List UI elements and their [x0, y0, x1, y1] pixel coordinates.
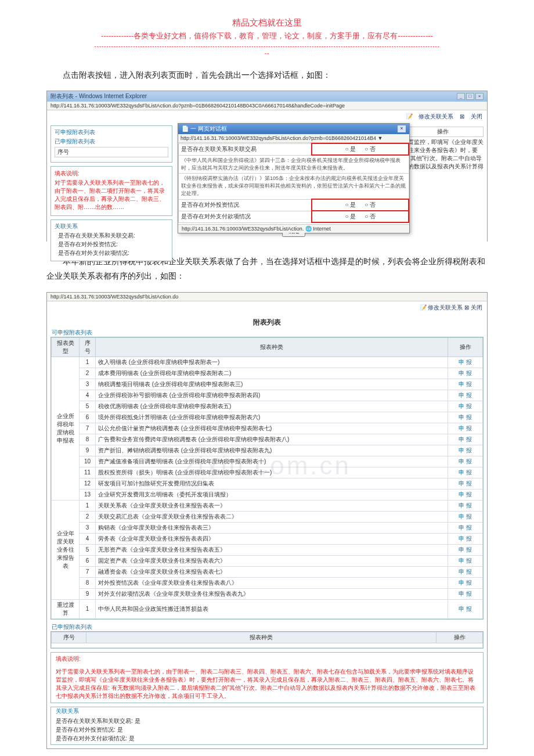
header-title: 精品文档就在这里: [46, 17, 488, 28]
doc-header: 精品文档就在这里 -------------各类专业好文档，值得你下载，教育，管…: [0, 0, 534, 62]
dialog-q1-label: 是否存在关联关系和关联交易: [179, 143, 312, 155]
relation-q1: 是否存在关联关系和关联交易:: [58, 232, 168, 240]
relation-values: 关联关系 是否存在关联关系和关联交易: 是 是否存在对外投资情况: 是 是否存在…: [50, 707, 484, 745]
maximize-icon[interactable]: □: [466, 93, 474, 100]
name-cell: 无形资产表《企业年度关联业务往来报告表表五》: [96, 544, 448, 555]
declare-link[interactable]: 申 报: [459, 513, 472, 520]
attachments-table: 报表类型 序号 报表种类 操作 企业所得税年度纳税申报表1收入明细表 (企业所得…: [51, 337, 483, 619]
index-cell: 2: [80, 368, 96, 379]
window-titlebar: 附表列表 - Windows Internet Explorer _ □ ×: [47, 91, 487, 102]
declare-link[interactable]: 申 报: [459, 546, 472, 553]
col-index: 序号: [55, 147, 168, 157]
index-cell: 10: [80, 456, 96, 467]
index-cell: 2: [80, 511, 96, 522]
table-row: 8对外投资情况表《企业年度关联业务往来报告表表八》申 报: [52, 577, 483, 588]
table-row: 7以公允价值计量资产纳税调整表 (企业所得税年度纳税申报表附表七)申 报: [52, 423, 483, 434]
th2-idx: 序号: [52, 632, 86, 643]
op-cell: 申 报: [448, 379, 483, 390]
relation-q2: 是否存在对外投资情况:: [58, 240, 168, 249]
declare-link[interactable]: 申 报: [459, 535, 472, 542]
type-cell: 企业所得税年度纳税申报表: [52, 357, 80, 500]
op-cell: 申 报: [448, 566, 483, 577]
paragraph-1: 点击附表按钮，进入附表列表页面时，首先会跳出一个选择对话框，如图：: [0, 62, 534, 88]
declare-link[interactable]: 申 报: [459, 579, 472, 586]
header-subtitle: -------------各类专业好文档，值得你下载，教育，管理，论文，制度，方…: [46, 31, 488, 41]
th2-name: 报表种类: [86, 632, 436, 643]
screenshot-dialog: 附表列表 - Windows Internet Explorer _ □ × h…: [46, 91, 488, 242]
op-cell: 申 报: [448, 533, 483, 544]
declared-title: 已申报附表列表: [55, 138, 168, 146]
index-cell: 4: [80, 533, 96, 544]
table-row: 10资产减值准备项目调整明细表 (企业所得税年度纳税申报表附表十)申 报: [52, 456, 483, 467]
table-row: 7融通资金表《企业年度关联业务往来报告表表七》申 报: [52, 566, 483, 577]
name-cell: 对外投资情况表《企业年度关联业务往来报告表表八》: [96, 577, 448, 588]
name-cell: 资产减值准备项目调整明细表 (企业所得税年度纳税申报表附表十): [96, 456, 448, 467]
name-cell: 企业研究开发费用支出明细表（委托开发项目填报）: [96, 489, 448, 500]
declarable-group: 可申报附表列表 已申报附表列表 序号: [50, 125, 172, 163]
name-cell: 股权投资所得（损失）明细表 (企业所得税年度纳税申报表附表十一): [96, 467, 448, 478]
screenshot-tables: http://141.16.31.76:10003/WE332qysdsFbLi…: [46, 292, 488, 749]
name-cell: 研发项目可加计扣除研究开发费用情况归集表: [96, 478, 448, 489]
address-bar-2[interactable]: http://141.16.31.76:10003/WE332qysdsFbLi…: [47, 293, 487, 301]
name-cell: 购销表《企业年度关联业务往来报告表表三》: [96, 522, 448, 533]
close-icon[interactable]: ×: [475, 93, 484, 100]
declare-link[interactable]: 申 报: [459, 392, 472, 398]
declare-link[interactable]: 申 报: [459, 359, 472, 365]
name-cell: 成本费用明细表 (企业所得税年度纳税申报表附表二): [96, 368, 448, 379]
relation-group-title: 关联关系: [55, 222, 168, 231]
modify-relation-link[interactable]: 📝 修改关联关系: [406, 113, 454, 120]
table-row: 9对外支付款项情况表《企业年度关联业务往来报告表表九》申 报: [52, 588, 483, 599]
dialog-note1: 《中华人民共和国企业所得税法》第四十三条：企业向税务机关报送年度企业所得税纳税申…: [179, 155, 409, 174]
op-cell: 申 报: [448, 456, 483, 467]
name-cell: 税收优惠明细表 (企业所得税年度纳税申报表附表五): [96, 401, 448, 412]
dialog-close-icon[interactable]: ×: [398, 125, 406, 132]
fill-text-2: 对于需要录入关联关系列表一至附表七的，由于附表一、附表二与附表三、附表四、附表五…: [51, 665, 483, 703]
index-cell: 1: [80, 599, 96, 618]
declare-link[interactable]: 申 报: [459, 480, 472, 487]
declarable-title: 可申报附表列表: [55, 128, 168, 136]
modify-relation-link-2[interactable]: 📝 修改关联关系: [420, 304, 463, 311]
declare-link[interactable]: 申 报: [459, 568, 472, 575]
declare-link[interactable]: 申 报: [459, 502, 472, 509]
declare-link[interactable]: 申 报: [459, 458, 472, 465]
relation-group: 关联关系 是否存在关联关系和关联交易: 是否存在对外投资情况: 是否存在对外支付…: [50, 219, 172, 261]
declare-link[interactable]: 申 报: [459, 414, 472, 420]
op-cell: 申 报: [448, 511, 483, 522]
minimize-icon[interactable]: _: [457, 93, 465, 100]
dialog-q1-radios[interactable]: ○ 是 ○ 否: [312, 143, 409, 155]
declare-link[interactable]: 申 报: [459, 524, 472, 531]
dialog-address[interactable]: http://141.16.31.76:10003/WE332qysdsFbLi…: [178, 134, 409, 143]
rel-row-2: 是否存在对外投资情况: 是: [56, 726, 478, 734]
declare-link[interactable]: 申 报: [459, 557, 472, 564]
close-link-2[interactable]: ⊠ 关闭: [464, 304, 482, 311]
dialog-q2-label: 是否存在对外投资情况: [179, 199, 312, 211]
close-link[interactable]: ⊠ 关闭: [460, 113, 482, 120]
declare-link[interactable]: 申 报: [459, 425, 472, 431]
page-toolbar-2: 📝 修改关联关系 ⊠ 关闭: [47, 301, 487, 314]
dialog-q2-radios[interactable]: ○ 是 ○ 否: [312, 199, 409, 211]
declare-link[interactable]: 申 报: [459, 370, 472, 376]
declare-link[interactable]: 申 报: [459, 436, 472, 442]
dialog-statusbar: http://141.16.31.76:10003/WE332qysdsFbLi…: [178, 224, 409, 233]
declare-link[interactable]: 申 报: [459, 606, 472, 612]
declare-link[interactable]: 申 报: [459, 381, 472, 387]
th-idx: 序号: [80, 337, 96, 357]
table-row: 6固定资产表《企业年度关联业务往来报告表表六》申 报: [52, 555, 483, 566]
dialog-q3-radios[interactable]: ○ 是 ○ 否: [312, 211, 409, 222]
table-row: 9资产折旧、摊销纳税调整明细表 (企业所得税年度纳税申报表附表九)申 报: [52, 445, 483, 456]
fill-label: 填表说明:: [55, 169, 168, 178]
name-cell: 企业所得税弥补亏损明细表 (企业所得税年度纳税申报表附表四): [96, 390, 448, 401]
declare-link[interactable]: 申 报: [459, 403, 472, 409]
op-cell: 申 报: [448, 577, 483, 588]
op-cell: 申 报: [448, 544, 483, 555]
section-title: 附表列表: [47, 314, 487, 329]
name-cell: 劳务表《企业年度关联业务往来报告表表四》: [96, 533, 448, 544]
declare-link[interactable]: 申 报: [459, 469, 472, 476]
address-bar[interactable]: http://141.16.31.76:10003/WE332qysdsFbLi…: [47, 102, 487, 110]
declare-link[interactable]: 申 报: [459, 447, 472, 453]
op-cell: 申 报: [448, 522, 483, 533]
declare-link[interactable]: 申 报: [459, 591, 472, 597]
index-cell: 9: [80, 445, 96, 456]
declare-link[interactable]: 申 报: [459, 491, 472, 498]
index-cell: 5: [80, 401, 96, 412]
